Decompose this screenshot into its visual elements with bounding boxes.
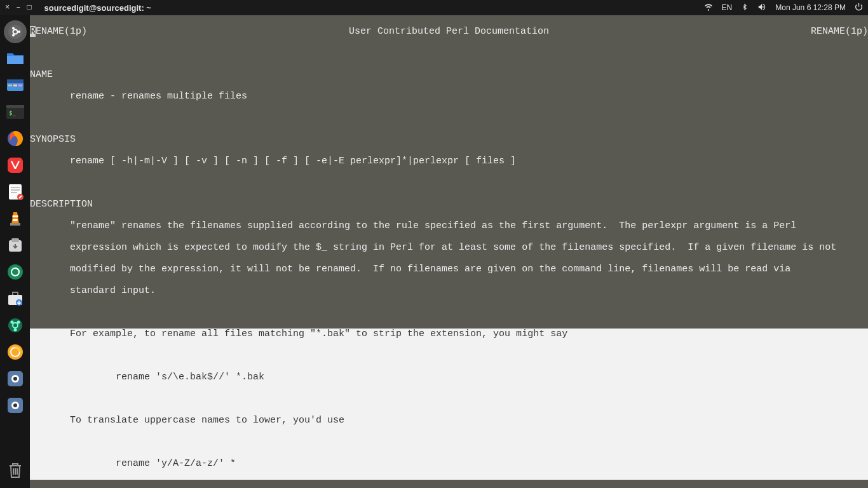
synopsis-body: rename [ -h|-m|-V ] [ -v ] [ -n ] [ -f ]… — [30, 156, 868, 166]
window-title: sourcedigit@sourcedigit: ~ — [44, 3, 151, 13]
dock-help-icon[interactable] — [4, 314, 27, 337]
man-header-right: RENAME(1p) — [811, 26, 868, 37]
desc-example: To translate uppercase names to lower, y… — [30, 415, 868, 426]
man-header-center: User Contributed Perl Documentation — [349, 26, 549, 37]
svg-rect-10 — [18, 85, 22, 86]
man-header-line: RENAME(1p)User Contributed Perl Document… — [30, 26, 868, 37]
svg-rect-8 — [8, 85, 12, 86]
bluetooth-icon[interactable] — [741, 3, 749, 13]
svg-rect-9 — [13, 85, 17, 86]
section-name: NAME — [30, 69, 868, 80]
svg-rect-15 — [8, 158, 23, 173]
desc-line: standard input. — [30, 285, 868, 296]
clock[interactable]: Mon Jun 6 12:28 PM — [775, 3, 846, 12]
blank-line — [30, 112, 868, 123]
svg-point-3 — [12, 27, 15, 30]
dock-software-icon[interactable] — [4, 287, 27, 310]
svg-point-39 — [13, 377, 17, 381]
dock-archive-icon[interactable] — [4, 234, 27, 257]
blank-line — [30, 350, 868, 361]
desc-cmd: rename 's/\e.bak$//' *.bak — [30, 372, 868, 383]
dock-ubuntu-icon[interactable] — [4, 20, 27, 43]
window-maximize-icon[interactable]: □ — [27, 3, 31, 12]
svg-rect-5 — [7, 56, 24, 64]
blank-line — [30, 307, 868, 318]
terminal-window[interactable]: RENAME(1p)User Contributed Perl Document… — [30, 15, 868, 488]
svg-point-34 — [13, 329, 17, 332]
dock-files-icon[interactable] — [4, 47, 27, 70]
dock-vlc-icon[interactable] — [4, 207, 27, 230]
top-panel: × – □ sourcedigit@sourcedigit: ~ EN Mon … — [0, 0, 868, 15]
svg-point-42 — [13, 403, 17, 407]
dock-shutter2-icon[interactable] — [4, 394, 27, 417]
power-icon[interactable] — [855, 3, 863, 13]
highlighted-region: For example, to rename all files matchin… — [30, 329, 868, 480]
dock-vivaldi-icon[interactable] — [4, 154, 27, 177]
dock-editor-icon[interactable] — [4, 180, 27, 203]
dock-games-icon[interactable] — [4, 341, 27, 363]
status-area: EN Mon Jun 6 12:28 PM — [704, 3, 863, 13]
desc-example: For example, to rename all files matchin… — [30, 329, 868, 339]
svg-rect-21 — [12, 215, 18, 217]
desc-line: modified by the expression, it will not … — [30, 264, 868, 274]
desc-cmd: rename 'y/A-Z/a-z/' * — [30, 458, 868, 469]
window-minimize-icon[interactable]: – — [16, 3, 20, 12]
svg-rect-23 — [10, 223, 20, 226]
blank-line — [30, 48, 868, 58]
dock-terminal-icon[interactable]: $_ — [4, 100, 27, 123]
dock-shutter-icon[interactable] — [4, 367, 27, 390]
svg-rect-7 — [7, 79, 24, 83]
svg-point-4 — [12, 34, 15, 37]
name-body: rename - renames multiple files — [30, 91, 868, 102]
dock: $_ — [0, 15, 30, 488]
volume-icon[interactable] — [757, 3, 766, 13]
language-indicator[interactable]: EN — [722, 3, 733, 12]
dock-files2-icon[interactable] — [4, 74, 27, 97]
desc-line: expression which is expected to modify t… — [30, 242, 868, 253]
cursor: R — [30, 26, 36, 37]
svg-rect-22 — [13, 219, 17, 221]
desc-line: "rename" renames the filenames supplied … — [30, 220, 868, 231]
svg-point-2 — [18, 30, 20, 33]
svg-rect-25 — [11, 238, 19, 242]
svg-point-32 — [10, 321, 13, 324]
blank-line — [30, 393, 868, 404]
dock-camera-icon[interactable] — [4, 261, 27, 283]
dock-firefox-icon[interactable] — [4, 127, 27, 150]
svg-point-33 — [17, 321, 20, 324]
blank-line — [30, 177, 868, 188]
svg-text:$_: $_ — [9, 110, 16, 116]
section-description: DESCRIPTION — [30, 199, 868, 210]
section-synopsis: SYNOPSIS — [30, 134, 868, 145]
dock-trash-icon[interactable] — [4, 459, 27, 482]
svg-rect-12 — [6, 105, 24, 108]
blank-line — [30, 437, 868, 447]
wifi-icon[interactable] — [704, 3, 713, 13]
blank-line — [30, 480, 868, 488]
svg-point-26 — [8, 264, 23, 280]
window-close-icon[interactable]: × — [5, 3, 10, 12]
